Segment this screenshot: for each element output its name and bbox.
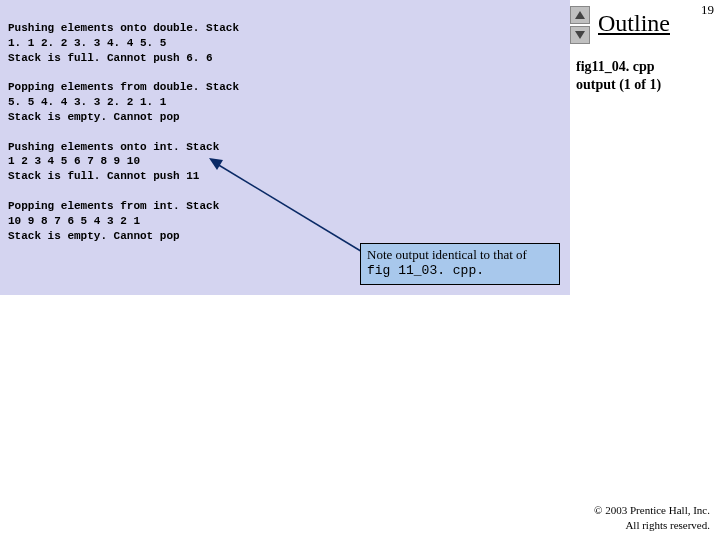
code-block-3: Pushing elements onto int. Stack 1 2 3 4…: [8, 141, 219, 183]
svg-marker-3: [575, 31, 585, 39]
outline-heading: Outline: [598, 10, 670, 37]
down-triangle-icon: [575, 31, 585, 39]
nav-up-button[interactable]: [570, 6, 590, 24]
callout-note: Note output identical to that of fig 11_…: [360, 243, 560, 285]
svg-marker-2: [575, 11, 585, 19]
callout-text: Note output identical to that of: [367, 247, 553, 263]
sidebar: 19 Outline fig11_04. cpp output (1 of 1): [570, 0, 720, 4]
page-number: 19: [701, 2, 714, 18]
file-info: fig11_04. cpp output (1 of 1): [576, 58, 661, 94]
nav-down-button[interactable]: [570, 26, 590, 44]
up-triangle-icon: [575, 11, 585, 19]
file-name: fig11_04. cpp: [576, 58, 661, 76]
code-block-2: Popping elements from double. Stack 5. 5…: [8, 81, 239, 123]
callout-code-ref: fig 11_03. cpp.: [367, 263, 553, 279]
file-subtitle: output (1 of 1): [576, 76, 661, 94]
copyright-line2: All rights reserved.: [594, 518, 710, 532]
copyright: © 2003 Prentice Hall, Inc. All rights re…: [594, 503, 710, 532]
code-block-4: Popping elements from int. Stack 10 9 8 …: [8, 200, 219, 242]
nav-buttons: [570, 6, 592, 46]
code-block-1: Pushing elements onto double. Stack 1. 1…: [8, 22, 239, 64]
copyright-line1: © 2003 Prentice Hall, Inc.: [594, 503, 710, 517]
